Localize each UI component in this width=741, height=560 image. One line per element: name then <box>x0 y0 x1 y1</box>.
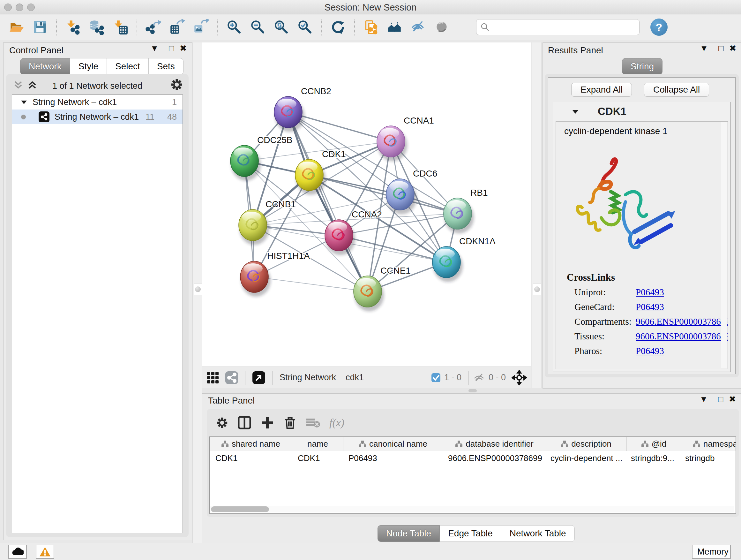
expand-all-button[interactable]: Expand All <box>571 83 632 97</box>
column-header-database-identifier[interactable]: database identifier <box>443 437 546 451</box>
memory-button[interactable]: Memory <box>692 545 731 559</box>
node-RB1[interactable]: RB1 <box>444 188 488 233</box>
network-row-selected[interactable]: String Network – cdk1 11 48 <box>12 110 183 124</box>
node-HIST1H1A[interactable]: HIST1H1A <box>240 251 310 297</box>
column-header-name[interactable]: name <box>292 437 343 451</box>
tab-node-table[interactable]: Node Table <box>378 525 440 542</box>
zoom-out-button[interactable] <box>248 17 267 37</box>
column-header-shared-name[interactable]: shared name <box>210 437 292 451</box>
table-panel-close-icon[interactable]: ✖ <box>729 394 736 405</box>
hide-selected-button[interactable] <box>408 17 428 37</box>
import-network-database-button[interactable] <box>87 17 107 37</box>
export-network-button[interactable] <box>144 17 163 37</box>
table-panel-menu-icon[interactable]: ▼ <box>699 394 708 405</box>
crosslink-link[interactable]: P06493 <box>636 287 664 298</box>
network-row-label: String Network – cdk1 <box>55 112 139 122</box>
export-table-button[interactable] <box>167 17 187 37</box>
delete-column-icon[interactable] <box>283 416 297 429</box>
create-column-icon[interactable] <box>260 416 274 430</box>
search-input[interactable] <box>490 20 635 34</box>
zoom-in-button[interactable] <box>224 17 244 37</box>
table-panel-float-icon[interactable]: □ <box>718 394 723 405</box>
splitter-handle[interactable] <box>194 284 202 295</box>
node-CCNE1[interactable]: CCNE1 <box>354 266 411 311</box>
node-CDKN1A[interactable]: CDKN1A <box>432 236 495 282</box>
control-panel-close-icon[interactable]: ✖ <box>180 43 187 54</box>
crosslink-link[interactable]: P06493 <box>636 302 664 312</box>
grid-view-icon[interactable] <box>206 371 219 384</box>
crosslink-row: Tissues:9606.ENSP00000378699 <box>556 331 728 346</box>
tree-expander-icon[interactable] <box>20 98 28 106</box>
zoom-selected-button[interactable] <box>295 17 315 37</box>
left-panel-splitter[interactable] <box>192 43 203 543</box>
splitter-handle[interactable] <box>533 284 541 295</box>
apply-preferred-layout-button[interactable] <box>328 17 348 37</box>
node-label-RB1: RB1 <box>470 188 488 198</box>
delete-table-icon[interactable] <box>306 415 320 430</box>
open-session-button[interactable] <box>6 17 26 37</box>
control-panel-menu-icon[interactable]: ▼ <box>150 43 158 54</box>
birdseye-navigator-icon[interactable] <box>512 370 527 385</box>
search-box <box>476 19 639 35</box>
tab-network[interactable]: Network <box>20 58 70 75</box>
string-protein-query-button[interactable] <box>385 17 405 37</box>
network-collection-row[interactable]: String Network – cdk1 1 <box>12 95 183 110</box>
tab-string[interactable]: String <box>622 58 663 75</box>
cloud-icon <box>11 547 23 557</box>
column-header-namespace[interactable]: namespace <box>681 437 736 451</box>
detach-view-icon[interactable] <box>252 371 266 385</box>
results-scrollbar[interactable] <box>721 122 727 368</box>
string-protein-query-icon <box>387 19 403 35</box>
table-horizontal-scrollbar[interactable] <box>210 506 734 512</box>
tab-sets[interactable]: Sets <box>149 58 184 75</box>
import-network-file-button[interactable] <box>63 17 83 37</box>
table-options-gear-icon[interactable] <box>216 416 228 429</box>
right-panel-splitter[interactable] <box>532 43 542 388</box>
node-CCNB1[interactable]: CCNB1 <box>239 199 296 245</box>
node-label-CCNB2: CCNB2 <box>301 86 331 96</box>
crosslink-label: Tissues: <box>575 331 604 341</box>
table-cell: cyclin-dependent ... <box>545 451 625 465</box>
table-row[interactable]: CDK1CDK1P064939606.ENSP00000378699cyclin… <box>210 451 736 465</box>
tab-edge-table[interactable]: Edge Table <box>440 525 501 542</box>
cloud-status-button[interactable] <box>8 545 27 559</box>
table-cell: stringdb <box>679 451 736 465</box>
search-icon <box>480 22 490 32</box>
node-CCNA1[interactable]: CCNA1 <box>377 116 434 161</box>
network-canvas[interactable]: CCNB2CCNA1CDC25BCDK1CDC6RB1CCNB1CCNA2CDK… <box>202 43 531 367</box>
protein-expander-icon[interactable] <box>571 107 580 116</box>
show-columns-icon[interactable] <box>238 416 252 430</box>
results-panel-close-icon[interactable]: ✖ <box>729 43 736 54</box>
save-session-button[interactable] <box>30 17 50 37</box>
results-panel-float-icon[interactable]: □ <box>718 43 724 54</box>
crosslink-link[interactable]: P06493 <box>636 346 664 356</box>
network-options-gear-icon[interactable] <box>170 78 184 92</box>
new-network-from-selection-button[interactable] <box>361 17 381 37</box>
tab-select[interactable]: Select <box>107 58 149 75</box>
network-tree: String Network – cdk1 1 String Network –… <box>12 95 183 533</box>
crosslink-link[interactable]: 9606.ENSP00000378699 <box>636 316 728 327</box>
hidden-count: 0 - 0 <box>488 373 506 382</box>
node-table: shared namenamecanonical namedatabase id… <box>209 436 736 514</box>
table-cell: stringdb:9... <box>625 451 679 465</box>
collapse-all-button[interactable]: Collapse All <box>644 83 709 97</box>
warnings-button[interactable] <box>36 545 54 559</box>
column-header-description[interactable]: description <box>546 437 627 451</box>
network-badge-icon[interactable] <box>225 371 239 385</box>
control-panel-float-icon[interactable]: □ <box>169 43 174 54</box>
crosslink-link[interactable]: 9606.ENSP00000378699 <box>636 331 728 341</box>
column-header-canonical-name[interactable]: canonical name <box>343 437 443 451</box>
node-CCNB2[interactable]: CCNB2 <box>274 86 331 132</box>
help-button[interactable]: ? <box>650 18 668 36</box>
zoom-fit-button[interactable] <box>271 17 291 37</box>
column-header-@id[interactable]: @id <box>627 437 681 451</box>
import-table-file-button[interactable] <box>111 17 130 37</box>
export-image-button[interactable] <box>191 17 211 37</box>
function-builder-icon[interactable]: f(x) <box>329 417 344 429</box>
table-panel-splitter[interactable] <box>202 388 741 393</box>
results-panel-menu-icon[interactable]: ▼ <box>700 43 708 54</box>
tab-network-table[interactable]: Network Table <box>501 525 575 542</box>
show-all-button[interactable] <box>432 17 452 37</box>
tab-style[interactable]: Style <box>70 58 107 75</box>
export-table-icon <box>169 19 185 35</box>
